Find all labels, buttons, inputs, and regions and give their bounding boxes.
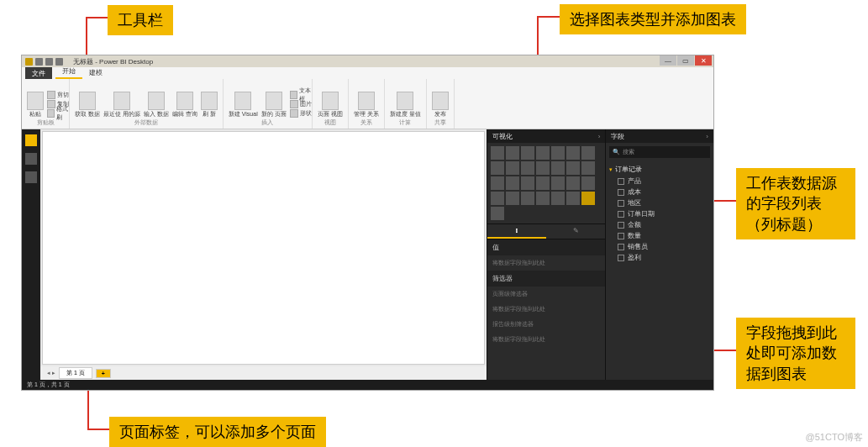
- textbox-button[interactable]: 文本框: [290, 91, 315, 99]
- field-item[interactable]: 金额: [609, 219, 710, 230]
- maximize-button[interactable]: ▭: [677, 55, 694, 66]
- viz-combo2-icon[interactable]: [536, 161, 550, 175]
- checkbox-icon[interactable]: [618, 255, 624, 261]
- table-name[interactable]: 订单记录: [609, 163, 710, 176]
- arrow-pt-h: [87, 429, 109, 430]
- image-button[interactable]: 图片: [290, 100, 315, 108]
- viz-pie-icon[interactable]: [491, 176, 504, 190]
- checkbox-icon[interactable]: [618, 222, 624, 229]
- annotation-drag-fields: 字段拖拽到此 处即可添加数 据到图表: [736, 318, 855, 389]
- viz-map-icon[interactable]: [536, 176, 550, 190]
- field-item[interactable]: 盈利: [609, 252, 710, 263]
- field-item[interactable]: 销售员: [609, 241, 710, 252]
- viz-donut-icon[interactable]: [506, 176, 519, 190]
- viz-import-icon[interactable]: [491, 207, 504, 220]
- viz-kpi-icon[interactable]: [521, 192, 534, 205]
- annotation-choose-chart: 选择图表类型并添加图表: [560, 4, 746, 34]
- ribbon-tab-modeling[interactable]: 建模: [82, 66, 109, 79]
- new-measure-button[interactable]: 新建度 量值: [390, 92, 421, 118]
- ann-fl-l2: 的字段列表: [746, 195, 822, 212]
- subtab-format-icon[interactable]: ✎: [546, 224, 605, 239]
- window-buttons: — ▭ ✕: [659, 55, 712, 66]
- checkbox-icon[interactable]: [618, 178, 624, 185]
- window-title: 无标题 - Power BI Desktop: [73, 57, 153, 66]
- annotation-fields-list: 工作表数据源 的字段列表 （列标题）: [736, 168, 855, 239]
- publish-button[interactable]: 发布: [432, 92, 449, 118]
- viz-waterfall-icon[interactable]: [566, 161, 580, 175]
- page-tab-1[interactable]: 第 1 页: [59, 367, 92, 379]
- viz-stacked-area-icon[interactable]: [506, 161, 519, 175]
- field-item[interactable]: 产品: [609, 176, 710, 187]
- viz-stacked-bar-icon[interactable]: [491, 146, 504, 160]
- manage-relations-button[interactable]: 管理 关系: [354, 92, 379, 118]
- subtab-fields-icon[interactable]: ⫿: [487, 224, 546, 239]
- group-name-insert: 插入: [261, 118, 273, 127]
- viz-scatter-icon[interactable]: [581, 161, 595, 175]
- viz-slicer-icon[interactable]: [536, 192, 550, 205]
- field-item[interactable]: 订单日期: [609, 208, 710, 219]
- viz-treemap-icon[interactable]: [521, 176, 534, 190]
- qat-redo-icon[interactable]: [55, 58, 63, 66]
- viz-line-icon[interactable]: [581, 146, 595, 160]
- right-panels: 可视化›: [487, 129, 713, 380]
- cut-button[interactable]: 剪切: [47, 91, 72, 99]
- ribbon-group-view: 页面 视图 视图: [313, 79, 349, 129]
- viz-table-icon[interactable]: [551, 192, 565, 205]
- qat-save-icon[interactable]: [35, 58, 43, 66]
- checkbox-icon[interactable]: [618, 189, 624, 196]
- viz-card-icon[interactable]: [491, 192, 504, 205]
- field-item[interactable]: 成本: [609, 187, 710, 197]
- viz-funnel-icon[interactable]: [566, 176, 580, 190]
- report-canvas[interactable]: [42, 131, 485, 365]
- field-item[interactable]: 地区: [609, 197, 710, 208]
- viz-100-column-icon[interactable]: [566, 146, 580, 160]
- viz-ribbon-icon[interactable]: [551, 161, 565, 175]
- edit-queries-button[interactable]: 编辑 查询: [172, 92, 197, 118]
- field-item[interactable]: 数量: [609, 230, 710, 241]
- viz-clustered-bar-icon[interactable]: [521, 146, 534, 160]
- nav-report-icon[interactable]: [25, 134, 37, 146]
- refresh-button[interactable]: 刷 新: [201, 92, 218, 118]
- viz-multi-card-icon[interactable]: [506, 192, 519, 205]
- fields-search-input[interactable]: 搜索: [609, 146, 710, 158]
- minimize-button[interactable]: —: [660, 55, 676, 66]
- format-painter-button[interactable]: 格式刷: [47, 109, 72, 118]
- file-menu[interactable]: 文件: [25, 67, 52, 79]
- enter-data-button[interactable]: 输入 数据: [144, 92, 169, 118]
- viz-subtabs: ⫿ ✎: [487, 224, 605, 239]
- fields-panel-header[interactable]: 字段›: [606, 129, 713, 143]
- checkbox-icon[interactable]: [618, 211, 624, 218]
- viz-clustered-column-icon[interactable]: [536, 146, 550, 160]
- page-tab-add[interactable]: +: [96, 369, 111, 378]
- viz-matrix-icon[interactable]: [566, 192, 580, 205]
- canvas-area: ◂ ▸ 第 1 页 +: [40, 129, 487, 380]
- nav-data-icon[interactable]: [25, 153, 37, 165]
- viz-gauge-icon[interactable]: [581, 176, 595, 190]
- viz-100-bar-icon[interactable]: [551, 146, 565, 160]
- arrow-toolbar-h: [86, 17, 108, 18]
- checkbox-icon[interactable]: [618, 200, 624, 207]
- new-visual-button[interactable]: 新建 Visual: [229, 92, 258, 118]
- nav-model-icon[interactable]: [25, 171, 37, 183]
- recent-sources-button[interactable]: 最近使 用的源: [103, 92, 140, 118]
- report-filter-dropzone[interactable]: 将数据字段拖到此处: [487, 332, 605, 347]
- checkbox-icon[interactable]: [618, 233, 624, 239]
- close-button[interactable]: ✕: [695, 55, 712, 66]
- checkbox-icon[interactable]: [618, 244, 624, 250]
- viz-filled-map-icon[interactable]: [551, 176, 565, 190]
- viz-r-icon[interactable]: [581, 192, 595, 205]
- viz-stacked-column-icon[interactable]: [506, 146, 519, 160]
- paste-button[interactable]: 粘贴: [27, 92, 44, 118]
- get-data-button[interactable]: 获取 数据: [75, 92, 100, 118]
- viz-area-icon[interactable]: [491, 161, 504, 175]
- page-filter-dropzone[interactable]: 将数据字段拖到此处: [487, 302, 605, 317]
- page-view-button[interactable]: 页面 视图: [318, 92, 343, 118]
- new-page-button[interactable]: 新的 页面: [261, 92, 287, 118]
- viz-panel-header[interactable]: 可视化›: [487, 129, 605, 143]
- qat-undo-icon[interactable]: [45, 58, 53, 66]
- viz-combo1-icon[interactable]: [521, 161, 534, 175]
- shapes-button[interactable]: 形状: [290, 109, 315, 118]
- status-bar: 第 1 页，共 1 页: [22, 380, 713, 390]
- values-dropzone[interactable]: 将数据字段拖到此处: [487, 255, 605, 271]
- group-name-external: 外部数据: [134, 118, 158, 127]
